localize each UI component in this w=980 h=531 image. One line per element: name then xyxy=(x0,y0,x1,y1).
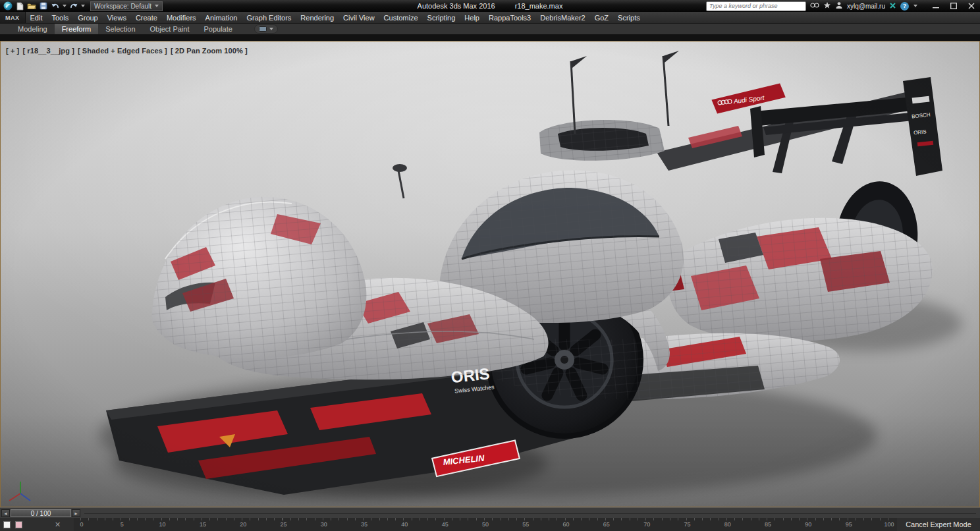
listener-white-pane[interactable] xyxy=(3,521,11,528)
track-bar-tick-label: 45 xyxy=(437,521,453,528)
menu-item[interactable]: RappaTools3 xyxy=(484,12,535,23)
listener-close-icon[interactable]: ✕ xyxy=(55,520,61,529)
help-icon[interactable]: ? xyxy=(900,2,909,11)
viewport-label-segment[interactable]: [ r18__3__jpg ] xyxy=(22,47,74,55)
track-bar-tick-label: 5 xyxy=(114,521,130,528)
track-bar-tick-label: 100 xyxy=(881,521,897,528)
ribbon-tab[interactable]: Object Paint xyxy=(143,24,197,34)
menu-item[interactable]: Tools xyxy=(47,12,73,23)
sign-in-person-icon[interactable] xyxy=(835,1,843,11)
ribbon-tab-bar: Modeling Freeform Selection Object Paint… xyxy=(0,24,980,34)
menu-item[interactable]: Scripting xyxy=(423,12,460,23)
track-bar-tick-label: 25 xyxy=(275,521,291,528)
menu-item[interactable]: Help xyxy=(460,12,484,23)
track-bar-tick-label: 95 xyxy=(841,521,857,528)
window-title: Autodesk 3ds Max 2016 r18_make.max xyxy=(418,2,563,10)
infocenter-search xyxy=(706,1,806,11)
window-controls xyxy=(927,0,980,12)
track-bar-ticks xyxy=(80,518,890,520)
time-slider-bar: ◄ 0 / 100 ► xyxy=(0,507,980,518)
menu-item[interactable]: Group xyxy=(73,12,103,23)
title-bar: Workspace: Default Autodesk 3ds Max 2016… xyxy=(0,0,980,12)
workspace-label: Workspace: Default xyxy=(94,3,151,10)
viewport-canvas[interactable]: BOSCH ORIS Audi Sport xyxy=(1,42,979,507)
track-bar-tick-label: 55 xyxy=(518,521,533,528)
track-bar-tick-label: 90 xyxy=(800,521,816,528)
menu-item[interactable]: Graph Editors xyxy=(242,12,296,23)
toolbar-gap xyxy=(0,34,980,41)
menu-item[interactable]: Views xyxy=(103,12,131,23)
menu-item[interactable]: Civil View xyxy=(339,12,379,23)
communication-close-icon[interactable] xyxy=(889,2,896,11)
save-file-icon[interactable] xyxy=(38,1,48,11)
help-dropdown-caret[interactable] xyxy=(913,5,917,7)
track-bar[interactable]: 0510152025303540455055606570758085909510… xyxy=(74,518,897,531)
track-bar-tick-label: 0 xyxy=(74,521,90,528)
ribbon-display-caret-icon xyxy=(269,28,273,30)
ribbon-tab[interactable]: Freeform xyxy=(55,24,99,34)
viewport-label-segment[interactable]: [ + ] xyxy=(6,47,19,55)
redo-dropdown-caret[interactable] xyxy=(81,5,85,7)
viewport-label-segment[interactable]: [ Shaded + Edged Faces ] xyxy=(78,47,167,55)
menu-item[interactable]: Animation xyxy=(201,12,242,23)
ribbon-tab[interactable]: Modeling xyxy=(11,24,55,34)
track-bar-tick-label: 70 xyxy=(639,521,655,528)
maxscript-mini-listener[interactable]: ✕ xyxy=(0,518,78,531)
ribbon-tab[interactable]: Populate xyxy=(196,24,239,34)
quick-access-toolbar xyxy=(0,1,88,11)
previous-frame-button[interactable]: ◄ xyxy=(1,509,10,517)
menu-item[interactable]: Scripts xyxy=(613,12,645,23)
menu-bar: MAX Edit Tools Group Views Create Modifi… xyxy=(0,12,980,24)
track-bar-tick-label: 80 xyxy=(720,521,736,528)
track-bar-tick-label: 40 xyxy=(396,521,412,528)
menu-item[interactable]: Edit xyxy=(26,12,47,23)
account-email[interactable]: xylq@mail.ru xyxy=(847,3,885,10)
undo-dropdown-caret[interactable] xyxy=(63,5,67,7)
track-bar-labels: 0510152025303540455055606570758085909510… xyxy=(74,521,897,528)
track-bar-tick-label: 85 xyxy=(760,521,776,528)
favorites-star-icon[interactable] xyxy=(823,1,831,11)
time-slider-track[interactable] xyxy=(84,513,976,514)
track-bar-tick-label: 20 xyxy=(235,521,251,528)
menu-item[interactable]: Modifiers xyxy=(162,12,201,23)
app-title: Autodesk 3ds Max 2016 xyxy=(418,2,495,10)
maximize-button[interactable] xyxy=(944,0,962,12)
3dsmax-logo[interactable] xyxy=(3,1,13,11)
application-menu-button[interactable]: MAX xyxy=(0,12,26,23)
menu-item[interactable]: DebrisMaker2 xyxy=(535,12,589,23)
track-bar-tick-label: 60 xyxy=(558,521,574,528)
menu-item[interactable]: GoZ xyxy=(590,12,613,23)
perspective-viewport[interactable]: [ + ] [ r18__3__jpg ] [ Shaded + Edged F… xyxy=(0,41,980,507)
vignette xyxy=(1,42,979,507)
next-frame-button[interactable]: ► xyxy=(72,509,80,517)
workspace-caret-icon xyxy=(155,5,159,7)
track-bar-tick-label: 35 xyxy=(356,521,372,528)
ribbon-display-toggle[interactable] xyxy=(254,24,278,34)
track-bar-tick-label: 75 xyxy=(679,521,695,528)
new-scene-icon[interactable] xyxy=(14,1,24,11)
track-bar-tick-label: 65 xyxy=(599,521,614,528)
time-slider-thumb[interactable]: 0 / 100 xyxy=(11,509,71,517)
ribbon-tab[interactable]: Selection xyxy=(98,24,142,34)
viewport-label-segment[interactable]: [ 2D Pan Zoom 100% ] xyxy=(171,47,248,55)
infocenter: xylq@mail.ru ? xyxy=(706,0,980,12)
track-bar-tick-label: 15 xyxy=(195,521,211,528)
search-input[interactable] xyxy=(706,1,806,11)
workspace-selector[interactable]: Workspace: Default xyxy=(90,1,163,11)
status-bar: ✕ 05101520253035404550556065707580859095… xyxy=(0,518,980,531)
redo-icon[interactable] xyxy=(68,1,78,11)
menu-item[interactable]: Rendering xyxy=(296,12,339,23)
search-go-icon[interactable] xyxy=(810,2,819,11)
menu-item[interactable]: Create xyxy=(131,12,162,23)
close-button[interactable] xyxy=(962,0,980,12)
track-bar-tick-label: 50 xyxy=(477,521,493,528)
cancel-expert-mode-button[interactable]: Cancel Expert Mode xyxy=(897,518,980,531)
viewport-label: [ + ] [ r18__3__jpg ] [ Shaded + Edged F… xyxy=(6,47,248,55)
track-bar-tick-label: 10 xyxy=(155,521,171,528)
minimize-button[interactable] xyxy=(927,0,944,12)
undo-icon[interactable] xyxy=(50,1,60,11)
listener-pink-pane[interactable] xyxy=(15,521,22,528)
open-file-icon[interactable] xyxy=(26,1,36,11)
track-bar-tick-label: 30 xyxy=(316,521,332,528)
menu-item[interactable]: Customize xyxy=(379,12,423,23)
